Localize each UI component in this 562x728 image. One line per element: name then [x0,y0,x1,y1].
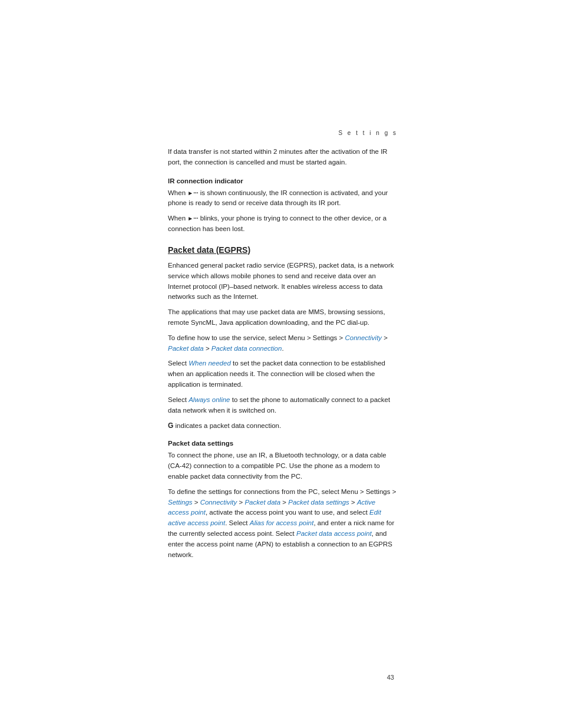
when-needed-link[interactable]: When needed [189,360,231,367]
packet-data-heading: Packet data (EGPRS) [168,245,398,255]
connectivity-link[interactable]: Connectivity [345,334,382,341]
para2-prefix: To define the settings for connections f… [168,488,396,495]
ir-connection-heading: IR connection indicator [168,177,398,185]
settings-para1: To connect the phone, use an IR, a Bluet… [168,450,398,482]
packet-para1: Enhanced general packet radio service (E… [168,261,398,302]
ir-text2: When ►··· blinks, your phone is trying t… [168,213,398,235]
content-area: S e t t i n g s If data transfer is not … [168,130,398,565]
ir-text1-main: is shown continuously, the IR connection… [168,189,388,207]
packet-data-settings-link[interactable]: Packet data settings [288,499,349,506]
active-text: Active [357,499,375,506]
ir-text2-main: blinks, your phone is trying to connect … [168,215,386,232]
para2-comma1: , activate the access point you want to … [206,509,369,516]
g-icon: G [168,421,173,430]
settings-link[interactable]: Settings [168,499,193,506]
para2-gt1: > [193,499,200,506]
packet-data-connection-link[interactable]: Packet data connection [211,345,282,352]
page: S e t t i n g s If data transfer is not … [0,0,562,728]
ir-text1-prefix: When [168,189,187,196]
para5-prefix: Select [168,396,189,403]
intro-text: If data transfer is not started within 2… [168,147,398,168]
packet-data-link[interactable]: Packet data [168,345,204,352]
page-number: 43 [387,674,394,681]
para2-gt2: > [237,499,244,506]
packet-para3: To define how to use the service, select… [168,333,398,354]
packet-para6: G indicates a packet data connection. [168,420,398,431]
packet-data-access-link[interactable]: Packet data access point [296,530,372,537]
settings-header: S e t t i n g s [168,130,398,136]
ir-text2-prefix: When [168,215,187,222]
para2-gt3: > [280,499,288,506]
ir-icon-1: ►··· [187,190,198,196]
always-online-link[interactable]: Always online [189,396,230,403]
para6-text: indicates a packet data connection. [173,422,281,429]
settings-para2: To define the settings for connections f… [168,487,398,561]
para3-gt: > [204,345,211,352]
para2-gt4: > [349,499,357,506]
packet-data-settings-heading: Packet data settings [168,440,398,447]
packet-para2: The applications that may use packet dat… [168,307,398,328]
access-point-text: access point [168,509,206,516]
para4-prefix: Select [168,360,189,367]
packet-para4: Select When needed to set the packet dat… [168,358,398,390]
packet-data-link2[interactable]: Packet data [244,499,280,506]
connectivity-link2[interactable]: Connectivity [200,499,237,506]
para3-suffix: . [282,345,283,352]
ir-text1: When ►··· is shown continuously, the IR … [168,188,398,209]
para3-middle: > [382,334,388,341]
ir-icon-2: ►··· [187,215,198,222]
para3-prefix: To define how to use the service, select… [168,334,345,341]
packet-para5: Select Always online to set the phone to… [168,395,398,416]
alias-link[interactable]: Alias for access point [250,519,314,526]
para2-period1: . Select [225,519,250,526]
